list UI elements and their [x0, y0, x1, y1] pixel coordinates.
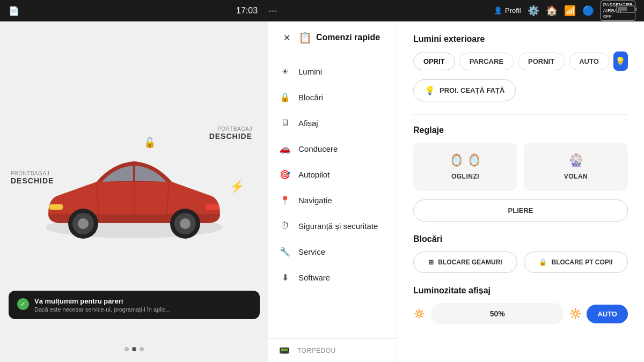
fog-light-button[interactable]: 💡 PROI. CEAȚĂ FAȚĂ	[413, 79, 516, 101]
luminozitate-controls: 🔅 50% 🔆 AUTO	[413, 303, 628, 324]
sidebar-icon: 📋	[298, 31, 312, 44]
oglinzi-icons: 🪞 🪞	[449, 153, 481, 167]
battery-indicator	[616, 5, 635, 13]
bluetooth-icon: 🔵	[582, 5, 594, 17]
conducere-icon: 🚗	[279, 143, 291, 154]
status-bar-left: 📄	[9, 6, 19, 16]
software-icon: ⬇	[279, 271, 291, 283]
pliere-label: PLIERE	[508, 206, 533, 215]
brightness-low-icon: 🔅	[413, 308, 425, 320]
svg-rect-8	[206, 204, 219, 210]
pliere-button[interactable]: PLIERE	[413, 200, 628, 221]
brightness-high-icon: 🔆	[569, 308, 581, 320]
afisaj-icon: 🖥	[279, 117, 291, 129]
sidebar-item-afisaj[interactable]: 🖥 Afișaj	[268, 110, 397, 136]
sidebar-item-blocari[interactable]: 🔒 Blocări	[268, 84, 397, 110]
service-label: Service	[298, 247, 325, 256]
svg-point-3	[78, 218, 89, 229]
autopilot-label: Autopilot	[298, 170, 330, 179]
steering-icon: 🎡	[569, 153, 583, 167]
status-bar: 📄 17:03 --- 👤 Profil ⚙️ 🏠 📶 🔵 PASSENGERA…	[0, 0, 644, 21]
window-lock-icon: ⊞	[428, 258, 434, 266]
profil-label: Profil	[505, 6, 521, 14]
oglinzi-card[interactable]: 🪞 🪞 OGLINZI	[413, 143, 517, 191]
brightness-slider[interactable]: 50%	[430, 303, 564, 324]
navigatie-label: Navigație	[298, 196, 332, 205]
car-image	[32, 139, 236, 257]
service-icon: 🔧	[279, 246, 291, 257]
active-light-icon-button[interactable]: 💡	[613, 51, 628, 71]
sidebar-item-siguranta[interactable]: ⏱ Siguranță și securitate	[268, 213, 397, 239]
sidebar-title: Comenzi rapide	[316, 33, 380, 42]
luminozitate-title: Luminozitate afișaj	[413, 286, 628, 295]
toast-success-icon: ✓	[17, 298, 29, 310]
toast-notification: ✓ Vă mulțumim pentru păreri Dacă este ne…	[9, 291, 260, 319]
auto-label: AUTO	[597, 310, 617, 318]
profil-button[interactable]: 👤 Profil	[494, 6, 521, 14]
sidebar-item-lumini[interactable]: ☀ Lumini	[268, 58, 397, 84]
reglaje-title: Reglaje	[413, 125, 628, 135]
battery-bar	[616, 5, 635, 13]
sidebar-item-navigatie[interactable]: 📍 Navigație	[268, 187, 397, 213]
home-icon[interactable]: 🏠	[546, 5, 558, 17]
blocari-label: Blocări	[298, 93, 323, 102]
oprit-button[interactable]: OPRIT	[413, 53, 455, 70]
right-panel: Lumini exterioare OPRIT PARCARE PORNIT A…	[397, 21, 644, 362]
toast-content: Vă mulțumim pentru păreri Dacă este nece…	[34, 297, 171, 313]
nav-dot-1[interactable]	[125, 347, 129, 351]
sidebar-item-conducere[interactable]: 🚗 Conducere	[268, 136, 397, 161]
status-time: 17:03	[236, 6, 258, 16]
close-icon: ✕	[283, 33, 290, 43]
reglaje-grid: 🪞 🪞 OGLINZI 🎡 VOLAN	[413, 143, 628, 191]
close-button[interactable]: ✕	[279, 30, 294, 45]
parcare-button[interactable]: PARCARE	[459, 53, 514, 70]
autopilot-icon: 🎯	[279, 168, 291, 180]
software-label: Software	[298, 273, 330, 282]
sidebar-bottom-tab[interactable]: 📟 TORPEDOU	[268, 338, 397, 362]
main-area: FRONTBAGAJ DESCHIDE PORTBAGAJ DESCHIDE 🔓	[0, 21, 644, 362]
volan-label: VOLAN	[564, 173, 588, 180]
volan-card[interactable]: 🎡 VOLAN	[524, 143, 628, 191]
blocare-geamuri-label: BLOCARE GEAMURI	[438, 258, 502, 266]
status-separator: ---	[268, 6, 277, 16]
sidebar-item-autopilot[interactable]: 🎯 Autopilot	[268, 161, 397, 187]
afisaj-label: Afișaj	[298, 119, 318, 128]
blocare-copii-button[interactable]: 🔒 BLOCARE PT COPII	[524, 252, 628, 273]
lumini-icon: ☀	[279, 65, 291, 77]
svg-point-6	[180, 218, 191, 229]
nav-dot-3[interactable]	[140, 347, 144, 351]
car-nav-dots	[125, 347, 144, 351]
blocare-copii-label: BLOCARE PT COPII	[551, 258, 612, 266]
tab-icon: 📄	[9, 6, 19, 16]
sidebar-header: ✕ 📋 Comenzi rapide	[268, 21, 397, 54]
blocare-geamuri-button[interactable]: ⊞ BLOCARE GEAMURI	[413, 252, 517, 273]
divider-1	[413, 114, 628, 115]
portbagaj-top-label: PORTBAGAJ	[209, 126, 252, 132]
pornit-button[interactable]: PORNIT	[518, 53, 565, 70]
child-lock-icon: 🔒	[539, 258, 547, 266]
toast-subtitle: Dacă este necesar service-ul, programați…	[34, 306, 171, 313]
fog-icon: 💡	[425, 85, 435, 95]
auto-button[interactable]: AUTO	[569, 53, 609, 70]
lumini-exterioare-title: Lumini exterioare	[413, 34, 628, 44]
mirror-right-icon: 🪞	[467, 153, 481, 167]
settings-icon[interactable]: ⚙️	[528, 5, 539, 17]
light-active-icon: 💡	[615, 56, 626, 67]
person-icon: 👤	[494, 6, 502, 14]
status-bar-center: 17:03 ---	[236, 6, 277, 16]
lumini-label: Lumini	[298, 67, 322, 76]
sidebar-item-service[interactable]: 🔧 Service	[268, 239, 397, 264]
nav-dot-2[interactable]	[132, 347, 136, 351]
brightness-auto-button[interactable]: AUTO	[587, 305, 628, 323]
toast-title: Vă mulțumim pentru păreri	[34, 297, 171, 305]
wifi-icon: 📶	[564, 5, 576, 17]
oglinzi-label: OGLINZI	[451, 173, 479, 180]
fog-label: PROI. CEAȚĂ FAȚĂ	[440, 86, 504, 94]
siguranta-label: Siguranță și securitate	[298, 221, 378, 231]
torpedou-label: TORPEDOU	[297, 347, 336, 354]
sidebar-item-software[interactable]: ⬇ Software	[268, 264, 397, 290]
blocari-buttons: ⊞ BLOCARE GEAMURI 🔒 BLOCARE PT COPII	[413, 252, 628, 273]
mirror-left-icon: 🪞	[449, 153, 464, 167]
car-panel: FRONTBAGAJ DESCHIDE PORTBAGAJ DESCHIDE 🔓	[0, 21, 268, 362]
volan-icons: 🎡	[569, 153, 583, 167]
